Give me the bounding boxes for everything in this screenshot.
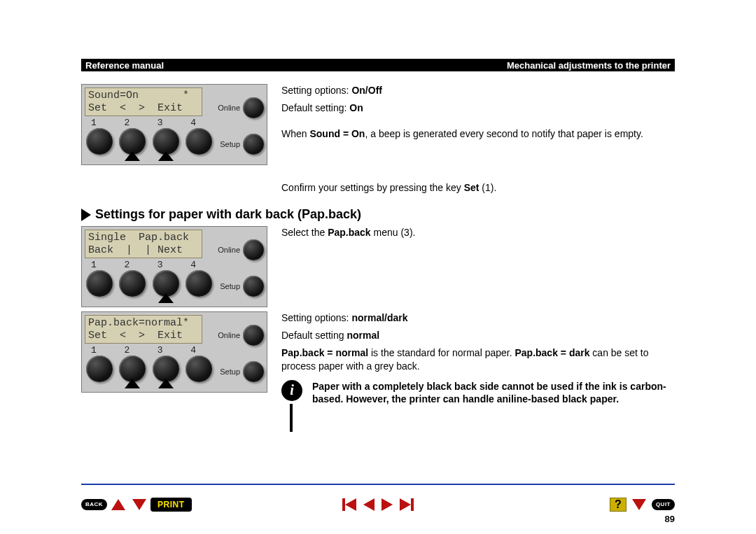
panel-button-4[interactable] <box>186 356 212 382</box>
back-button[interactable]: BACK <box>81 499 107 510</box>
lcd-panel-sound: Sound=On * Set < > Exit 1 2 3 4 <box>81 84 267 165</box>
confirm-instruction: Confirm your settings by pressing the ke… <box>281 182 675 193</box>
setup-label: Setup <box>220 367 240 376</box>
info-icon: i <box>281 380 305 432</box>
nav-down-icon[interactable] <box>132 499 146 510</box>
nav-prev-icon[interactable] <box>363 498 374 511</box>
nav-last-icon[interactable] <box>400 498 414 511</box>
setting-options: Setting options: normal/dark <box>281 311 675 325</box>
setup-label: Setup <box>220 140 240 148</box>
online-label: Online <box>218 246 240 254</box>
button-numbers: 1 2 3 4 <box>85 258 202 270</box>
bottom-nav: BACK PRINT ? QUIT <box>81 496 675 513</box>
lcd-line1: Pap.back=normal* <box>88 317 199 330</box>
arrow-up-icon <box>125 151 140 161</box>
panel-button-4[interactable] <box>186 270 212 297</box>
lcd-display: Pap.back=normal* Set < > Exit <box>85 315 202 344</box>
panel-button-1[interactable] <box>86 356 113 382</box>
papback-description: Pap.back = normal is the standard for no… <box>281 346 675 373</box>
select-instruction: Select the Pap.back menu (3). <box>281 226 675 239</box>
setup-button[interactable] <box>243 134 264 155</box>
panel-button-3[interactable] <box>153 270 179 297</box>
panel-button-3[interactable] <box>153 128 179 155</box>
sound-description: When Sound = On, a beep is generated eve… <box>281 127 675 141</box>
default-setting: Default setting normal <box>281 329 675 342</box>
panel-button-1[interactable] <box>86 128 113 155</box>
online-button[interactable] <box>243 97 264 118</box>
divider <box>81 484 675 485</box>
panel-button-1[interactable] <box>86 270 113 297</box>
button-numbers: 1 2 3 4 <box>85 116 202 128</box>
triangle-right-icon <box>81 209 91 221</box>
lcd-panel-papback-value: Pap.back=normal* Set < > Exit 1 2 3 4 <box>81 311 267 393</box>
panel-button-2[interactable] <box>119 356 146 382</box>
online-label: Online <box>218 104 240 112</box>
panel-button-3[interactable] <box>153 356 179 382</box>
lcd-line1: Single Pap.back <box>88 232 199 244</box>
nav-down-icon[interactable] <box>632 499 646 510</box>
header-left: Reference manual <box>85 60 164 71</box>
page-header: Reference manual Mechanical adjustments … <box>81 59 675 71</box>
lcd-panel-papback-menu: Single Pap.back Back | | Next 1 2 3 4 <box>81 226 267 307</box>
nav-next-icon[interactable] <box>382 498 393 511</box>
arrow-up-icon <box>125 379 140 388</box>
nav-first-icon[interactable] <box>342 498 356 511</box>
online-button[interactable] <box>243 239 264 260</box>
arrow-up-icon <box>158 293 174 303</box>
panel-button-2[interactable] <box>119 270 146 297</box>
lcd-line2: Back | | Next <box>88 244 199 257</box>
setup-label: Setup <box>220 282 240 290</box>
setting-options: Setting options: On/Off <box>281 84 675 97</box>
online-label: Online <box>218 331 240 339</box>
page-number: 89 <box>665 514 675 524</box>
help-button[interactable]: ? <box>610 498 626 512</box>
button-numbers: 1 2 3 4 <box>85 344 202 356</box>
panel-button-2[interactable] <box>119 128 146 155</box>
lcd-line2: Set < > Exit <box>88 102 199 115</box>
arrow-up-icon <box>158 151 174 161</box>
info-note: i Paper with a completely black back sid… <box>281 380 675 432</box>
quit-button[interactable]: QUIT <box>652 499 675 510</box>
panel-button-4[interactable] <box>186 128 212 155</box>
online-button[interactable] <box>243 325 264 346</box>
default-setting: Default setting: On <box>281 101 675 115</box>
print-button[interactable]: PRINT <box>150 498 192 512</box>
info-text: Paper with a completely black back side … <box>312 380 675 407</box>
section-heading: Settings for paper with dark back (Pap.b… <box>81 207 675 222</box>
header-right: Mechanical adjustments to the printer <box>507 60 671 71</box>
setup-button[interactable] <box>243 361 264 382</box>
setup-button[interactable] <box>243 276 264 297</box>
lcd-display: Single Pap.back Back | | Next <box>85 230 202 258</box>
lcd-display: Sound=On * Set < > Exit <box>85 87 202 116</box>
arrow-up-icon <box>158 379 174 388</box>
lcd-line2: Set < > Exit <box>88 330 199 342</box>
lcd-line1: Sound=On * <box>88 90 199 102</box>
nav-up-icon[interactable] <box>111 499 125 510</box>
